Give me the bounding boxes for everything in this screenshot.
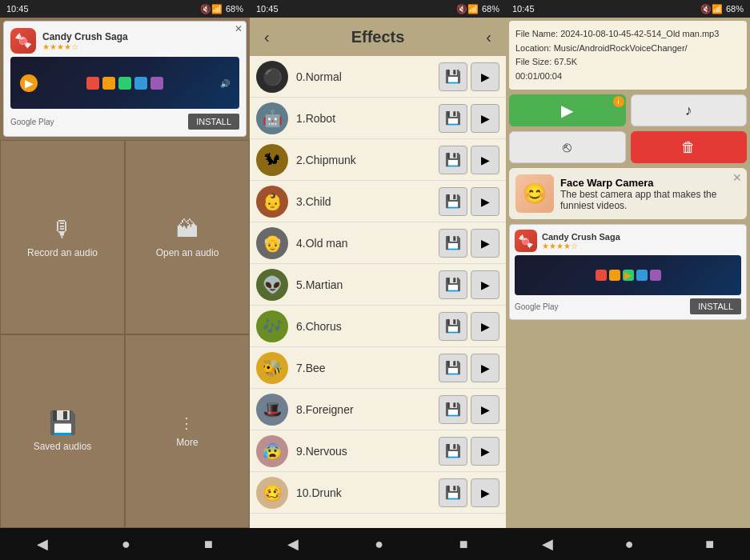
- menu-item-more[interactable]: ⋮ More: [125, 334, 250, 529]
- effect-item-2: 🐿2.Chipmunk💾▶: [250, 139, 506, 181]
- left-ad-app-icon: 🍬: [10, 28, 36, 54]
- effect-save-btn-0[interactable]: 💾: [439, 62, 467, 91]
- effect-play-btn-8[interactable]: ▶: [471, 395, 499, 424]
- effects-header: ‹ Effects ‹: [250, 18, 506, 56]
- record-label: Record an audio: [27, 247, 98, 258]
- open-label: Open an audio: [156, 247, 219, 258]
- effect-save-btn-4[interactable]: 💾: [439, 229, 467, 258]
- more-label: More: [176, 437, 198, 448]
- effect-name-2: 2.Chipmunk: [296, 154, 439, 166]
- left-ad-app-name: Candy Crush Saga: [42, 31, 128, 42]
- effect-avatar-9: 😰: [256, 435, 288, 467]
- recent-nav-middle[interactable]: ■: [450, 533, 478, 556]
- effect-play-btn-10[interactable]: ▶: [471, 478, 499, 507]
- music-icon: ♪: [685, 102, 692, 119]
- effect-item-6: 🎶6.Chorus💾▶: [250, 306, 506, 347]
- recent-nav-right[interactable]: ■: [696, 533, 724, 556]
- effect-item-0: ⚫0.Normal💾▶: [250, 56, 506, 98]
- file-size: File Size: 67.5K: [515, 55, 740, 70]
- promo-close-button[interactable]: ✕: [732, 171, 742, 184]
- effect-name-3: 3.Child: [296, 195, 439, 208]
- play-icon: ▶: [561, 101, 573, 120]
- left-ad-close[interactable]: ✕: [235, 23, 243, 34]
- music-button[interactable]: ♪: [631, 94, 748, 126]
- effect-name-8: 8.Foreigner: [296, 403, 439, 416]
- effect-play-btn-5[interactable]: ▶: [471, 270, 499, 299]
- effect-item-4: 👴4.Old man💾▶: [250, 222, 506, 264]
- status-bar-left: 10:45 🔇📶 68%: [0, 0, 250, 18]
- left-google-play-label: Google Play: [10, 118, 54, 126]
- back-nav-middle[interactable]: ◀: [278, 532, 308, 556]
- file-info-card: File Name: 2024-10-08-10-45-42-514_Old m…: [509, 21, 747, 90]
- effect-avatar-2: 🐿: [256, 144, 288, 176]
- left-ad-stars: ★★★★☆: [42, 42, 128, 51]
- effects-title: Effects: [351, 28, 405, 46]
- effect-save-btn-1[interactable]: 💾: [439, 104, 467, 133]
- effect-item-10: 🥴10.Drunk💾▶: [250, 472, 506, 514]
- battery-left: 68%: [226, 4, 243, 14]
- effect-avatar-4: 👴: [256, 227, 288, 259]
- face-warp-image: 😊: [515, 174, 554, 213]
- effect-save-btn-3[interactable]: 💾: [439, 187, 467, 216]
- effect-item-9: 😰9.Nervous💾▶: [250, 430, 506, 472]
- effect-item-8: 🎩8.Foreigner💾▶: [250, 389, 506, 430]
- saved-icon: 💾: [49, 410, 77, 436]
- back-button[interactable]: ‹: [258, 25, 276, 50]
- recent-nav-left[interactable]: ■: [195, 533, 223, 556]
- menu-item-saved[interactable]: 💾 Saved audios: [0, 334, 125, 529]
- play-button[interactable]: ▶ i: [509, 94, 626, 126]
- signal-icon-right: 🔇📶: [700, 4, 723, 14]
- middle-panel: ‹ Effects ‹ ⚫0.Normal💾▶🤖1.Robot💾▶🐿2.Chip…: [250, 18, 506, 528]
- effect-play-btn-3[interactable]: ▶: [471, 187, 499, 216]
- right-google-play-label: Google Play: [515, 302, 558, 311]
- effect-save-btn-5[interactable]: 💾: [439, 270, 467, 299]
- time-left: 10:45: [6, 4, 29, 14]
- effect-name-5: 5.Martian: [296, 278, 439, 291]
- file-name: File Name: 2024-10-08-10-45-42-514_Old m…: [515, 27, 740, 42]
- effect-play-btn-4[interactable]: ▶: [471, 229, 499, 258]
- share-button[interactable]: ⎋: [509, 131, 626, 163]
- right-ad-image: ▶: [515, 255, 741, 295]
- effect-name-4: 4.Old man: [296, 237, 439, 250]
- share-icon: ⎋: [563, 139, 572, 156]
- bottom-nav-left: ◀ ● ■: [0, 528, 250, 560]
- right-ad-stars: ★★★★☆: [542, 242, 620, 250]
- open-audio-icon: 🏔: [176, 216, 199, 242]
- effect-name-6: 6.Chorus: [296, 320, 439, 333]
- home-nav-left[interactable]: ●: [112, 533, 140, 556]
- effect-save-btn-6[interactable]: 💾: [439, 312, 467, 341]
- effect-save-btn-9[interactable]: 💾: [439, 437, 467, 466]
- effect-avatar-3: 👶: [256, 186, 288, 218]
- effect-save-btn-10[interactable]: 💾: [439, 478, 467, 507]
- more-icon: ⋮: [179, 414, 195, 432]
- effect-play-btn-0[interactable]: ▶: [471, 62, 499, 91]
- effect-play-btn-2[interactable]: ▶: [471, 146, 499, 174]
- close-button[interactable]: ‹: [479, 25, 498, 50]
- left-panel: ✕ 🍬 Candy Crush Saga ★★★★☆ ▶ 🔊: [0, 18, 250, 528]
- effect-name-10: 10.Drunk: [296, 486, 439, 499]
- menu-item-record[interactable]: 🎙 Record an audio: [0, 140, 125, 334]
- effect-save-btn-2[interactable]: 💾: [439, 146, 467, 174]
- effect-play-btn-1[interactable]: ▶: [471, 104, 499, 133]
- promo-card: ✕ 😊 Face Warp Camera The best camera app…: [509, 168, 747, 219]
- delete-button[interactable]: 🗑: [631, 131, 748, 163]
- back-nav-right[interactable]: ◀: [532, 532, 563, 556]
- play-badge: i: [613, 96, 624, 107]
- effect-item-7: 🐝7.Bee💾▶: [250, 347, 506, 389]
- effect-save-btn-8[interactable]: 💾: [439, 395, 467, 424]
- promo-title: Face Warp Camera: [560, 177, 740, 189]
- effect-play-btn-7[interactable]: ▶: [471, 354, 499, 382]
- effect-avatar-1: 🤖: [256, 102, 288, 134]
- effect-item-3: 👶3.Child💾▶: [250, 181, 506, 222]
- effect-play-btn-9[interactable]: ▶: [471, 437, 499, 466]
- right-install-button[interactable]: INSTALL: [690, 298, 741, 314]
- menu-item-open[interactable]: 🏔 Open an audio: [125, 140, 250, 334]
- back-nav-left[interactable]: ◀: [27, 532, 58, 556]
- home-nav-middle[interactable]: ●: [365, 533, 393, 556]
- right-panel: File Name: 2024-10-08-10-45-42-514_Old m…: [506, 18, 750, 528]
- left-install-button[interactable]: INSTALL: [188, 114, 239, 130]
- effect-save-btn-7[interactable]: 💾: [439, 354, 467, 382]
- effects-list: ⚫0.Normal💾▶🤖1.Robot💾▶🐿2.Chipmunk💾▶👶3.Chi…: [250, 56, 506, 528]
- effect-play-btn-6[interactable]: ▶: [471, 312, 499, 341]
- home-nav-right[interactable]: ●: [616, 533, 644, 556]
